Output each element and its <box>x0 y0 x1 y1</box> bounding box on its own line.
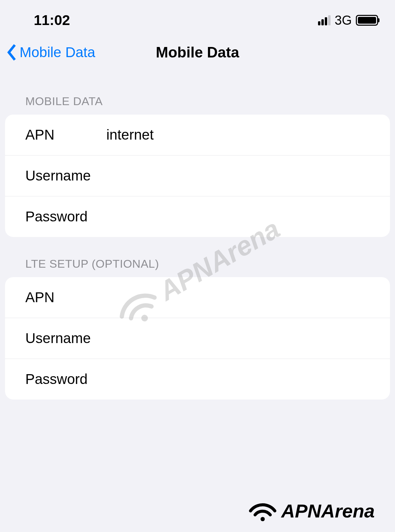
section-group-mobile-data: APN Username Password <box>5 115 390 237</box>
row-lte-apn[interactable]: APN <box>5 277 390 318</box>
watermark-text: APNArena <box>281 500 375 522</box>
status-time: 11:02 <box>34 12 70 28</box>
lte-apn-label: APN <box>25 289 106 306</box>
lte-username-label: Username <box>25 330 106 346</box>
password-input[interactable] <box>106 209 370 225</box>
section-mobile-data: MOBILE DATA APN Username Password <box>0 95 395 237</box>
lte-password-label: Password <box>25 371 106 387</box>
section-header-lte-setup: LTE SETUP (OPTIONAL) <box>5 257 390 277</box>
section-group-lte-setup: APN Username Password <box>5 277 390 400</box>
watermark-bottom: APNArena <box>247 500 375 522</box>
row-password[interactable]: Password <box>5 196 390 237</box>
chevron-left-icon <box>7 44 17 61</box>
lte-password-input[interactable] <box>106 371 370 387</box>
row-apn[interactable]: APN <box>5 115 390 155</box>
battery-icon <box>356 15 378 26</box>
section-lte-setup: LTE SETUP (OPTIONAL) APN Username Passwo… <box>0 257 395 400</box>
network-type: 3G <box>335 13 352 28</box>
svg-point-1 <box>261 517 265 522</box>
signal-icon <box>318 15 331 25</box>
username-label: Username <box>25 168 106 184</box>
lte-username-input[interactable] <box>106 330 370 346</box>
wifi-icon <box>247 500 278 522</box>
back-button[interactable]: Mobile Data <box>7 44 95 61</box>
username-input[interactable] <box>106 168 370 184</box>
lte-apn-input[interactable] <box>106 289 370 306</box>
row-lte-username[interactable]: Username <box>5 318 390 359</box>
apn-label: APN <box>25 127 106 143</box>
row-username[interactable]: Username <box>5 155 390 196</box>
back-label: Mobile Data <box>20 44 95 61</box>
page-title: Mobile Data <box>156 44 239 61</box>
status-indicators: 3G <box>318 13 378 28</box>
password-label: Password <box>25 209 106 225</box>
status-bar: 11:02 3G <box>0 0 395 34</box>
navigation-bar: Mobile Data Mobile Data <box>0 34 395 74</box>
apn-input[interactable] <box>106 127 370 143</box>
row-lte-password[interactable]: Password <box>5 359 390 400</box>
section-header-mobile-data: MOBILE DATA <box>5 95 390 115</box>
